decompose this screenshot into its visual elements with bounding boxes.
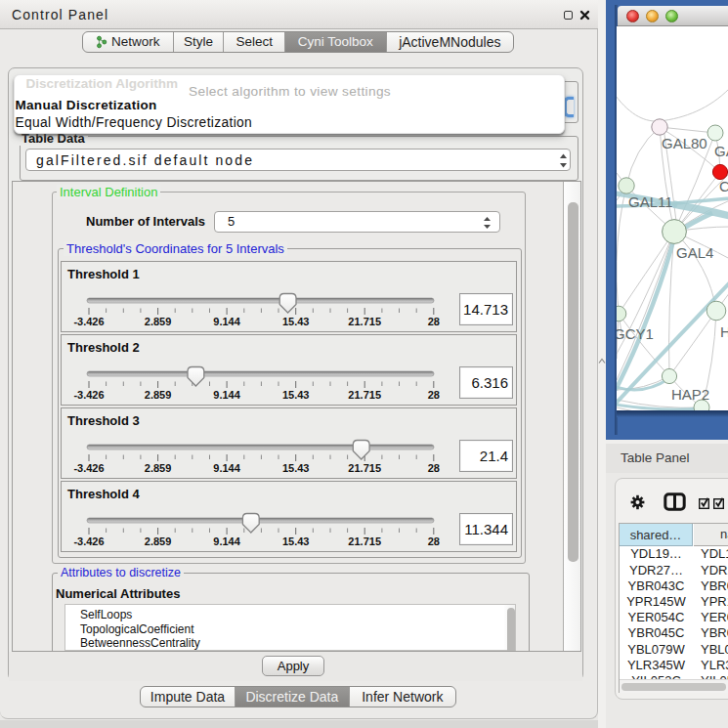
svg-text:15.43: 15.43 [282, 535, 310, 547]
svg-text:GAL11: GAL11 [628, 193, 673, 210]
svg-text:-3.426: -3.426 [73, 462, 104, 474]
svg-text:28: 28 [428, 316, 440, 327]
svg-text:GAL4: GAL4 [676, 244, 713, 261]
svg-text:GCY1: GCY1 [617, 325, 654, 342]
svg-text:-3.426: -3.426 [73, 316, 104, 327]
svg-text:21.715: 21.715 [348, 316, 381, 327]
svg-text:28: 28 [428, 462, 440, 474]
svg-text:9.144: 9.144 [213, 389, 240, 401]
svg-text:2.859: 2.859 [145, 535, 172, 547]
svg-text:28: 28 [428, 389, 440, 401]
svg-text:9.144: 9.144 [213, 462, 240, 474]
svg-text:9.144: 9.144 [213, 316, 240, 327]
svg-text:2.859: 2.859 [145, 316, 172, 327]
svg-text:21.715: 21.715 [348, 535, 381, 547]
svg-text:H: H [720, 323, 728, 340]
svg-text:21.715: 21.715 [348, 462, 381, 474]
svg-text:15.43: 15.43 [282, 316, 310, 327]
svg-text:9.144: 9.144 [213, 535, 240, 547]
svg-text:15.43: 15.43 [282, 462, 310, 474]
svg-text:28: 28 [428, 535, 440, 547]
svg-text:GA: GA [714, 143, 728, 159]
svg-text:2.859: 2.859 [145, 462, 172, 474]
svg-text:21.715: 21.715 [348, 389, 381, 401]
svg-text:2.859: 2.859 [145, 389, 172, 401]
svg-text:15.43: 15.43 [282, 389, 310, 401]
svg-text:-3.426: -3.426 [73, 389, 104, 401]
svg-text:GAL80: GAL80 [662, 135, 707, 151]
svg-text:HAP2: HAP2 [671, 386, 709, 403]
svg-text:-3.426: -3.426 [73, 535, 104, 547]
svg-text:C: C [719, 178, 728, 194]
